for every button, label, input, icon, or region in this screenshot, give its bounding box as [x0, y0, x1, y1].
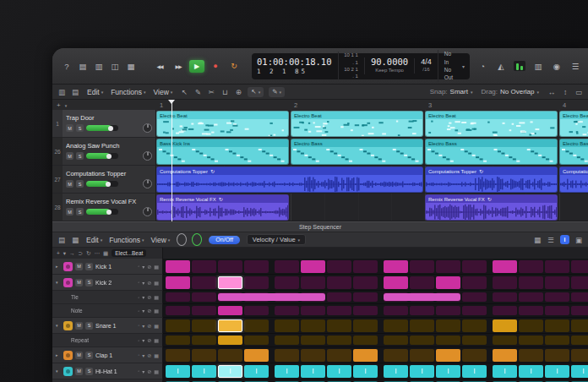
row-grid-icon[interactable]: ▦: [154, 280, 159, 286]
glue-tool-icon[interactable]: ⊔: [220, 86, 229, 97]
command-click-tool-selector[interactable]: ✎▾: [269, 87, 285, 97]
step-cell[interactable]: [519, 292, 543, 302]
row-grid-icon[interactable]: ▦: [154, 294, 159, 300]
step-cell[interactable]: [301, 276, 325, 289]
step-cell[interactable]: [353, 260, 378, 273]
track-header[interactable]: 1Trap DoorMS: [52, 110, 156, 138]
step-cell[interactable]: [244, 260, 269, 273]
cycle-button[interactable]: ↻: [226, 60, 242, 73]
row-value-widget[interactable]: ◦: [138, 280, 139, 285]
row-mute-button[interactable]: M: [75, 322, 83, 330]
step-cell[interactable]: [519, 336, 543, 345]
solo-button[interactable]: S: [76, 180, 84, 188]
mute-button[interactable]: M: [66, 124, 74, 132]
step-cell[interactable]: [218, 276, 242, 289]
sequencer-row-header[interactable]: Repeat◦▾⊘▦: [52, 334, 163, 347]
step-cell[interactable]: [462, 349, 487, 362]
region[interactable]: Computations Topper↻: [559, 166, 588, 193]
loop-brace-icon[interactable]: ⊃: [79, 250, 83, 257]
details-view-icon[interactable]: ▣: [574, 234, 583, 245]
step-cell[interactable]: [571, 260, 588, 273]
add-track-chevron-icon[interactable]: ▾: [65, 103, 68, 108]
step-cell[interactable]: [571, 349, 588, 362]
step-cell[interactable]: [436, 306, 460, 315]
row-bypass-icon[interactable]: ⊘: [147, 308, 151, 314]
sequencer-row-header[interactable]: Note◦▾⊘▦: [52, 304, 163, 318]
disclosure-chevron-icon[interactable]: ▸: [56, 264, 61, 269]
step-cell[interactable]: [571, 306, 588, 315]
seq-edit-menu[interactable]: Edit▾: [86, 236, 102, 244]
step-cell[interactable]: [275, 260, 299, 273]
step-cell[interactable]: [545, 349, 569, 362]
step-cell[interactable]: [353, 276, 378, 289]
step-cell[interactable]: [166, 306, 190, 315]
step-cell[interactable]: [410, 349, 434, 362]
region[interactable]: Computations Topper↻: [156, 166, 423, 193]
row-chevron-icon[interactable]: ▾: [142, 294, 144, 300]
sequencer-row-header[interactable]: ▸MSClap 1◦▾⊘▦: [52, 347, 163, 363]
region[interactable]: Computations Topper↻: [425, 166, 558, 193]
solo-button[interactable]: S: [76, 152, 84, 160]
add-row-button[interactable]: +: [57, 250, 60, 256]
step-cell[interactable]: [244, 276, 269, 289]
step-cell[interactable]: [493, 319, 517, 332]
edit-mode-selector[interactable]: Velocity / Value▾: [247, 234, 306, 245]
disclosure-chevron-icon[interactable]: ▾: [56, 280, 61, 285]
step-cell[interactable]: [462, 365, 487, 378]
step-cell[interactable]: [493, 349, 517, 362]
step-cell[interactable]: [410, 319, 434, 332]
inspector-icon[interactable]: ▤: [77, 59, 89, 73]
pan-knob[interactable]: [143, 151, 152, 161]
step-cell[interactable]: [384, 260, 408, 273]
sequencer-row-header[interactable]: ▸MSKick 1◦▾⊘▦: [52, 259, 163, 275]
step-cell[interactable]: [436, 336, 460, 345]
mute-button[interactable]: M: [66, 208, 74, 216]
row-mute-button[interactable]: M: [75, 279, 83, 286]
step-cell[interactable]: [327, 319, 351, 332]
step-cell[interactable]: [545, 319, 569, 332]
sequencer-row-header[interactable]: Tie◦▾⊘▦: [52, 291, 163, 304]
track-header[interactable]: 27Computations TopperMS: [52, 166, 156, 194]
row-grid-icon[interactable]: ▦: [154, 308, 159, 314]
step-cell[interactable]: [545, 292, 569, 302]
snap-control[interactable]: Snap:Smart▾: [430, 88, 473, 96]
step-cell[interactable]: [353, 365, 378, 378]
output-icon[interactable]: ◉: [551, 59, 563, 73]
row-solo-button[interactable]: S: [85, 368, 93, 375]
step-cell[interactable]: [462, 292, 487, 302]
cpu-meter-icon[interactable]: ▥: [532, 59, 544, 73]
seq-grid-icon[interactable]: ▦: [71, 234, 79, 245]
region[interactable]: Electro Bass: [559, 139, 588, 165]
row-bypass-icon[interactable]: ⊘: [147, 280, 151, 286]
step-cell[interactable]: [244, 336, 269, 345]
track-header[interactable]: 26Analog Saw PunchMS: [52, 138, 156, 166]
scissors-tool-icon[interactable]: ✂: [207, 86, 215, 97]
row-bypass-icon[interactable]: ⊘: [147, 294, 151, 300]
volume-fader[interactable]: [86, 153, 118, 159]
pan-knob[interactable]: [143, 207, 152, 216]
region[interactable]: Electro Beat: [156, 111, 289, 137]
record-button[interactable]: ●: [208, 60, 223, 73]
step-cell[interactable]: [462, 306, 487, 315]
tempo-mode[interactable]: Keep Tempo: [375, 68, 404, 74]
playhead[interactable]: [172, 100, 172, 221]
step-cell[interactable]: [192, 260, 216, 273]
step-cell[interactable]: [301, 365, 325, 378]
rotate-pattern-icon[interactable]: ↻: [86, 250, 90, 257]
editors-icon[interactable]: ▦: [125, 59, 137, 73]
row-mute-button[interactable]: M: [75, 368, 83, 375]
functions-menu[interactable]: Functions▾: [111, 88, 145, 96]
step-cell[interactable]: [327, 336, 351, 345]
region[interactable]: Remix Reverse Vocal FX↻: [156, 194, 289, 221]
mute-button[interactable]: M: [66, 180, 74, 188]
step-cell[interactable]: [327, 260, 351, 273]
step-cell[interactable]: [327, 306, 351, 315]
step-cell[interactable]: [327, 292, 351, 302]
row-bypass-icon[interactable]: ⊘: [147, 352, 151, 358]
region[interactable]: Electro Beat: [291, 111, 423, 137]
row-value-widget[interactable]: ◦: [138, 352, 139, 357]
step-cell[interactable]: [166, 336, 190, 345]
step-cell[interactable]: [462, 319, 487, 332]
disclosure-chevron-icon[interactable]: ▾: [56, 368, 61, 374]
step-cell[interactable]: [218, 260, 242, 273]
